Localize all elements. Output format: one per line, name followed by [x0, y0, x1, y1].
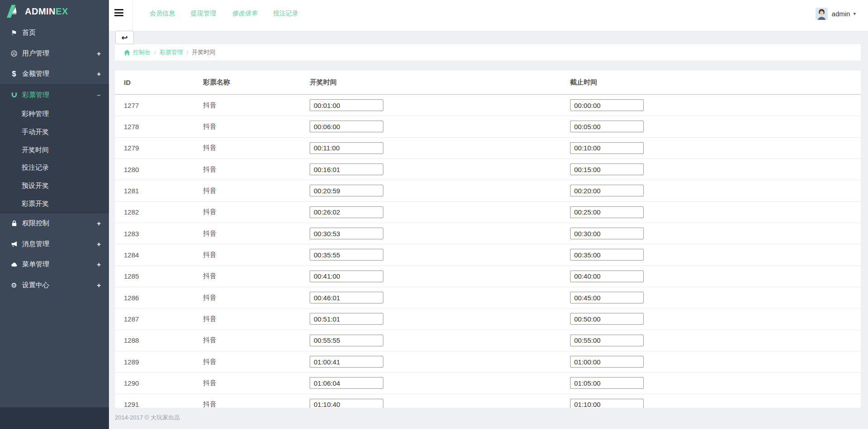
top-nav-link-1[interactable]: 提现管理 — [191, 9, 216, 18]
hamburger-icon[interactable] — [114, 9, 124, 16]
user-face-icon: ☹ — [10, 50, 18, 57]
sidebar-subitem-3[interactable]: 投注记录 — [0, 159, 109, 177]
sidebar-subitem-2[interactable]: 开奖时间 — [0, 141, 109, 159]
cell-id: 1279 — [124, 144, 203, 152]
open-time-input[interactable] — [310, 163, 383, 175]
open-time-input[interactable] — [310, 270, 383, 282]
sidebar-item-label: 金额管理 — [22, 70, 49, 78]
dollar-icon: $ — [10, 70, 18, 78]
gear-icon: ⚙ — [10, 282, 18, 289]
close-time-input[interactable] — [570, 206, 644, 218]
open-time-input[interactable] — [310, 228, 383, 239]
sidebar-item-label: 设置中心 — [22, 281, 49, 289]
close-time-input[interactable] — [570, 292, 644, 303]
close-time-input[interactable] — [570, 356, 644, 368]
open-time-input[interactable] — [310, 249, 383, 261]
table-row: 1282抖音 — [115, 202, 861, 223]
sidebar-item-6[interactable]: 菜单管理+ — [0, 254, 109, 275]
open-time-input[interactable] — [310, 99, 383, 111]
main-area: 会员信息提现管理修改倍率投注记录 admin ▾ ↩ 控制台/彩票管理/开奖时间 — [109, 0, 868, 429]
cell-id: 1286 — [124, 294, 203, 302]
sidebar-item-4[interactable]: 权限控制+ — [0, 213, 109, 234]
sidebar-subitem-4[interactable]: 预设开奖 — [0, 177, 109, 195]
close-time-input[interactable] — [570, 249, 644, 261]
cell-lottery-name: 抖音 — [203, 272, 310, 280]
sidebar-item-5[interactable]: 消息管理+ — [0, 234, 109, 255]
close-time-input[interactable] — [570, 399, 644, 408]
close-time-input[interactable] — [570, 313, 644, 325]
cell-id: 1291 — [124, 401, 203, 408]
back-button[interactable]: ↩ — [115, 31, 134, 44]
open-time-input[interactable] — [310, 185, 383, 196]
column-header-1: 彩票名称 — [203, 78, 310, 87]
open-time-input[interactable] — [310, 292, 383, 303]
table-body: 1277抖音1278抖音1279抖音1280抖音1281抖音1282抖音1283… — [115, 95, 861, 408]
cell-id: 1289 — [124, 358, 203, 366]
breadcrumb-current: 开奖时间 — [192, 48, 215, 56]
cell-lottery-name: 抖音 — [203, 229, 310, 238]
close-time-input[interactable] — [570, 270, 644, 282]
table-row: 1290抖音 — [115, 373, 861, 394]
close-time-input[interactable] — [570, 99, 644, 111]
breadcrumb-link-0[interactable]: 控制台 — [124, 48, 151, 56]
table-row: 1283抖音 — [115, 223, 861, 244]
user-menu[interactable]: admin ▾ — [816, 0, 856, 27]
open-time-input[interactable] — [310, 356, 383, 368]
table-row: 1284抖音 — [115, 244, 861, 266]
table-row: 1288抖音 — [115, 330, 861, 351]
open-time-input[interactable] — [310, 313, 383, 325]
sidebar-item-0[interactable]: ⚑首页 — [0, 23, 109, 43]
open-time-input[interactable] — [310, 121, 383, 132]
close-time-input[interactable] — [570, 335, 644, 346]
open-time-input[interactable] — [310, 142, 383, 154]
sidebar-item-2[interactable]: $金额管理+ — [0, 64, 109, 84]
breadcrumb-separator: / — [187, 49, 189, 56]
expand-icon: + — [97, 240, 101, 248]
open-time-input[interactable] — [310, 399, 383, 408]
close-time-input[interactable] — [570, 163, 644, 175]
open-time-input[interactable] — [310, 335, 383, 346]
breadcrumb-separator: / — [154, 49, 156, 56]
open-time-input[interactable] — [310, 206, 383, 218]
sidebar-item-7[interactable]: ⚙设置中心+ — [0, 275, 109, 296]
sidebar-subitem-5[interactable]: 彩票开奖 — [0, 195, 109, 213]
cell-lottery-name: 抖音 — [203, 122, 310, 131]
cell-lottery-name: 抖音 — [203, 144, 310, 152]
top-nav-link-2[interactable]: 修改倍率 — [232, 9, 257, 18]
app-logo[interactable]: ADMINEX — [0, 0, 109, 23]
open-time-input[interactable] — [310, 377, 383, 389]
sidebar-expanded-group: 彩票管理−彩种管理手动开奖开奖时间投注记录预设开奖彩票开奖 — [0, 84, 109, 214]
sidebar-item-3[interactable]: 彩票管理− — [0, 85, 109, 106]
sidebar-subitem-0[interactable]: 彩种管理 — [0, 105, 109, 123]
sidebar-item-1[interactable]: ☹用户管理+ — [0, 43, 109, 64]
user-avatar — [816, 8, 828, 20]
close-time-input[interactable] — [570, 228, 644, 239]
close-time-input[interactable] — [570, 377, 644, 389]
caret-down-icon: ▾ — [853, 11, 856, 17]
close-time-input[interactable] — [570, 185, 644, 196]
top-nav-links: 会员信息提现管理修改倍率投注记录 — [150, 0, 298, 27]
table-row: 1285抖音 — [115, 266, 861, 287]
table-row: 1279抖音 — [115, 138, 861, 159]
close-time-input[interactable] — [570, 142, 644, 154]
cell-id: 1287 — [124, 315, 203, 323]
table-row: 1281抖音 — [115, 180, 861, 201]
close-time-input[interactable] — [570, 121, 644, 132]
cell-id: 1285 — [124, 272, 203, 280]
table-row: 1278抖音 — [115, 116, 861, 137]
cell-id: 1290 — [124, 379, 203, 387]
cell-lottery-name: 抖音 — [203, 358, 310, 366]
breadcrumb: 控制台/彩票管理/开奖时间 — [115, 44, 861, 61]
top-nav-link-3[interactable]: 投注记录 — [273, 9, 298, 18]
expand-icon: + — [97, 219, 101, 227]
logo-icon — [6, 4, 21, 19]
back-arrow-icon: ↩ — [121, 34, 127, 42]
breadcrumb-link-1[interactable]: 彩票管理 — [160, 48, 183, 56]
user-name: admin — [832, 10, 850, 18]
table-row: 1291抖音 — [115, 394, 861, 408]
top-nav-link-0[interactable]: 会员信息 — [150, 9, 175, 18]
sidebar-subitem-1[interactable]: 手动开奖 — [0, 123, 109, 141]
cell-id: 1281 — [124, 187, 203, 195]
cell-lottery-name: 抖音 — [203, 208, 310, 216]
sidebar-menu: ⚑首页☹用户管理+$金额管理+彩票管理−彩种管理手动开奖开奖时间投注记录预设开奖… — [0, 23, 109, 295]
